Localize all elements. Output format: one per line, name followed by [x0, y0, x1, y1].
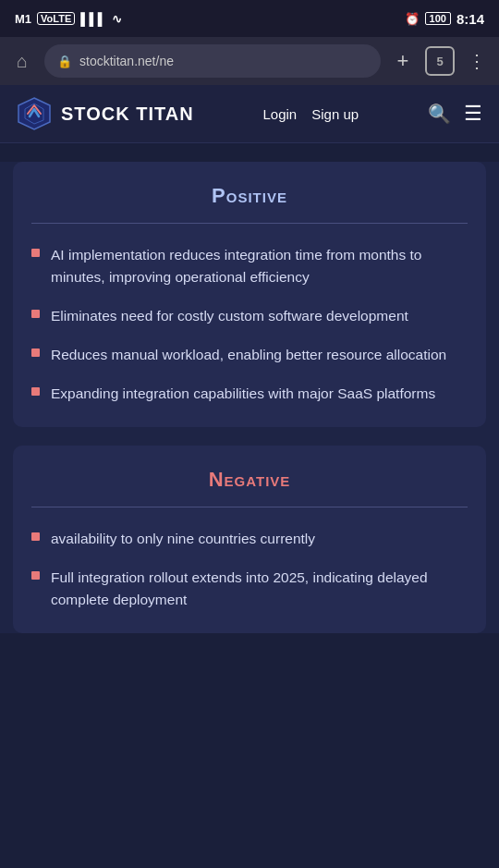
bullet-icon [31, 571, 40, 580]
signup-link[interactable]: Sign up [311, 106, 359, 122]
bullet-text: Full integration rollout extends into 20… [51, 567, 468, 611]
bullet-text: AI implementation reduces integration ti… [51, 244, 468, 288]
wifi-icon: ∿ [112, 12, 122, 26]
list-item: availability to only nine countries curr… [31, 528, 468, 550]
alarm-icon: ⏰ [405, 12, 420, 26]
bullet-icon [31, 249, 40, 257]
negative-section-title: Negative [31, 468, 468, 492]
menu-dots-icon: ⋮ [468, 50, 487, 72]
login-link[interactable]: Login [263, 106, 298, 122]
site-icon: 🔒 [57, 55, 72, 68]
positive-section: Positive AI implementation reduces integ… [13, 162, 486, 427]
main-content: Positive AI implementation reduces integ… [0, 162, 499, 633]
bullet-text: Reduces manual workload, enabling better… [51, 344, 446, 366]
browser-home-button[interactable]: ⌂ [9, 48, 35, 74]
battery-level: 100 [425, 12, 451, 25]
search-icon[interactable]: 🔍 [428, 103, 451, 125]
status-bar: M1 VoLTE ▌▌▌ ∿ ⏰ 100 8:14 [0, 0, 499, 37]
nav-icons: 🔍 ☰ [428, 102, 482, 126]
status-right-group: ⏰ 100 8:14 [405, 11, 484, 27]
bullet-icon [31, 387, 40, 396]
address-text: stocktitan.net/ne [79, 54, 174, 68]
svg-marker-0 [18, 98, 50, 129]
brand-title: STOCK TITAN [61, 104, 194, 125]
list-item: Expanding integration capabilities with … [31, 383, 468, 405]
bullet-icon [31, 348, 40, 357]
negative-bullet-list: availability to only nine countries curr… [31, 528, 468, 611]
list-item: Full integration rollout extends into 20… [31, 567, 468, 611]
browser-menu-button[interactable]: ⋮ [464, 48, 490, 74]
bullet-text: availability to only nine countries curr… [51, 528, 315, 550]
clock: 8:14 [456, 11, 484, 27]
positive-divider [31, 223, 468, 224]
new-tab-button[interactable]: + [390, 48, 416, 74]
hamburger-menu-icon[interactable]: ☰ [464, 102, 482, 126]
positive-title-text: Positive [212, 184, 287, 207]
signal-icon: ▌▌▌ [80, 12, 106, 26]
battery-icon: 100 [425, 12, 451, 25]
address-bar[interactable]: 🔒 stocktitan.net/ne [44, 44, 381, 78]
brand-logo [17, 96, 52, 131]
negative-section: Negative availability to only nine count… [13, 446, 486, 633]
list-item: AI implementation reduces integration ti… [31, 244, 468, 288]
negative-title-text: Negative [209, 468, 291, 491]
home-icon: ⌂ [17, 51, 28, 72]
bullet-text: Expanding integration capabilities with … [51, 383, 435, 405]
positive-section-title: Positive [31, 184, 468, 208]
volte-badge: VoLTE [37, 12, 75, 25]
bullet-icon [31, 310, 40, 318]
list-item: Reduces manual workload, enabling better… [31, 344, 468, 366]
list-item: Eliminates need for costly custom softwa… [31, 305, 468, 327]
negative-divider [31, 507, 468, 507]
status-carrier: M1 VoLTE ▌▌▌ ∿ [15, 12, 122, 26]
tabs-button[interactable]: 5 [425, 46, 455, 76]
bullet-text: Eliminates need for costly custom softwa… [51, 305, 408, 327]
browser-chrome: ⌂ 🔒 stocktitan.net/ne + 5 ⋮ [0, 37, 499, 85]
nav-links: Login Sign up [263, 106, 359, 122]
positive-bullet-list: AI implementation reduces integration ti… [31, 244, 468, 405]
navbar: STOCK TITAN Login Sign up 🔍 ☰ [0, 85, 499, 143]
carrier-label: M1 [15, 12, 31, 26]
bullet-icon [31, 532, 40, 541]
brand: STOCK TITAN [17, 96, 194, 131]
tabs-count: 5 [436, 55, 443, 68]
plus-icon: + [397, 49, 409, 73]
